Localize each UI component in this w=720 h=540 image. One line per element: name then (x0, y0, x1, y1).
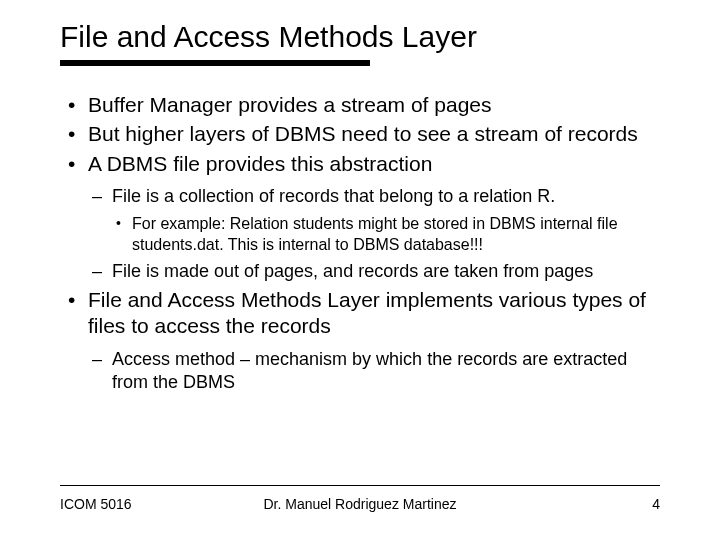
bullet-item: Buffer Manager provides a stream of page… (60, 92, 660, 118)
sub-sub-bullet-list: For example: Relation students might be … (112, 214, 660, 256)
slide-content: File and Access Methods Layer Buffer Man… (0, 20, 720, 394)
slide-footer: ICOM 5016 Dr. Manuel Rodriguez Martinez … (60, 496, 660, 512)
bullet-text: File and Access Methods Layer implements… (88, 288, 646, 337)
sub-bullet-list: File is a collection of records that bel… (88, 185, 660, 283)
bullet-text: But higher layers of DBMS need to see a … (88, 122, 638, 145)
sub-bullet-item: File is made out of pages, and records a… (88, 260, 660, 283)
bullet-text: File is a collection of records that bel… (112, 186, 555, 206)
bullet-item: A DBMS file provides this abstraction Fi… (60, 151, 660, 284)
bullet-text: For example: Relation students might be … (132, 215, 618, 253)
footer-course: ICOM 5016 (60, 496, 132, 512)
footer-divider (60, 485, 660, 486)
bullet-text: File is made out of pages, and records a… (112, 261, 593, 281)
title-underline (60, 60, 370, 66)
bullet-text: Access method – mechanism by which the r… (112, 349, 627, 392)
bullet-item: But higher layers of DBMS need to see a … (60, 121, 660, 147)
bullet-text: A DBMS file provides this abstraction (88, 152, 432, 175)
sub-sub-bullet-item: For example: Relation students might be … (112, 214, 660, 256)
sub-bullet-item: File is a collection of records that bel… (88, 185, 660, 256)
bullet-text: Buffer Manager provides a stream of page… (88, 93, 492, 116)
sub-bullet-list: Access method – mechanism by which the r… (88, 348, 660, 395)
bullet-list: Buffer Manager provides a stream of page… (60, 92, 660, 394)
slide-title: File and Access Methods Layer (60, 20, 660, 54)
footer-page: 4 (652, 496, 660, 512)
footer-author: Dr. Manuel Rodriguez Martinez (264, 496, 457, 512)
bullet-item: File and Access Methods Layer implements… (60, 287, 660, 394)
sub-bullet-item: Access method – mechanism by which the r… (88, 348, 660, 395)
